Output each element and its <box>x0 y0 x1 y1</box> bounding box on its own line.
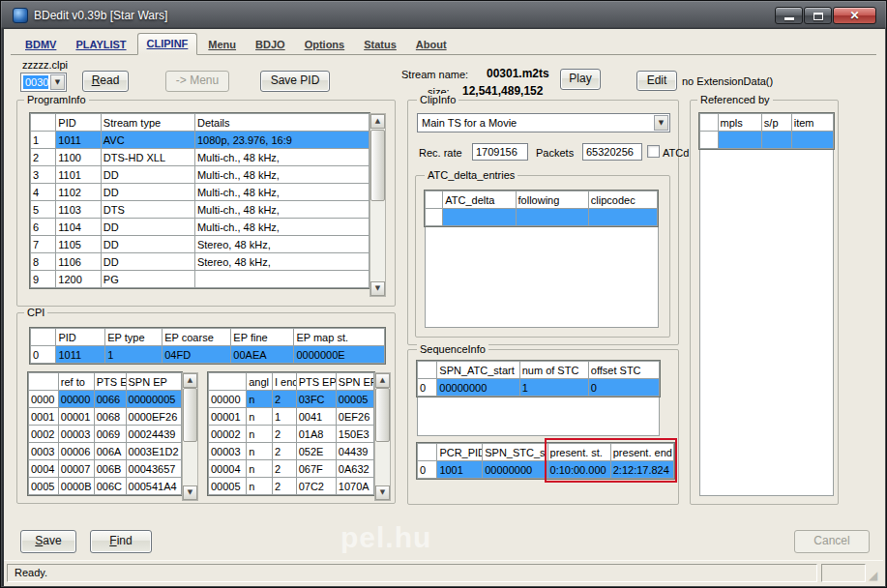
table-cell[interactable]: n <box>247 426 273 443</box>
table-row[interactable]: 81106DDStereo, 48 kHz, <box>31 253 370 271</box>
table-cell[interactable]: 6 <box>31 219 56 236</box>
table-cell[interactable] <box>443 209 516 226</box>
rec-rate-input[interactable]: 1709156 <box>472 143 528 161</box>
scrollbar-thumb[interactable] <box>183 388 197 442</box>
table-cell[interactable]: 0005 <box>29 478 59 495</box>
table-cell[interactable]: 00043657 <box>126 460 181 478</box>
scrollbar-thumb[interactable] <box>375 388 390 442</box>
referenced-by-table[interactable]: mplss/pitem <box>699 113 834 149</box>
table-cell[interactable]: PG <box>101 271 194 288</box>
tab-clipinf[interactable]: CLIPINF <box>137 33 198 55</box>
table-cell[interactable]: 0 <box>418 379 437 397</box>
table-cell[interactable]: Multi-ch., 48 kHz, <box>194 201 369 219</box>
table-row[interactable]: 00050000B006C000541A4 <box>29 478 182 495</box>
table-cell[interactable]: 1070A <box>336 478 373 495</box>
clip-number-combobox[interactable]: 00301 ▼ <box>20 73 67 92</box>
table-row[interactable]: 00000n203FC00005 <box>209 391 374 408</box>
scroll-up-icon[interactable]: ▲ <box>183 373 197 388</box>
table-cell[interactable]: 0068 <box>94 408 126 426</box>
table-row[interactable]: 00001n100410EF26 <box>209 408 374 426</box>
table-row[interactable]: 00004n2067F0A632 <box>209 460 374 478</box>
table-cell[interactable]: 0000B <box>58 478 94 495</box>
table-cell[interactable]: 1104 <box>56 219 102 236</box>
table-cell[interactable]: 0 <box>418 461 437 479</box>
table-cell[interactable]: 0A632 <box>336 460 373 478</box>
table-cell[interactable]: n <box>247 460 273 478</box>
table-cell[interactable]: DTS <box>101 201 194 219</box>
table-row[interactable]: 01001000000000:10:00.0002:12:17.824 <box>418 461 674 479</box>
table-cell[interactable] <box>791 132 833 149</box>
table-cell[interactable]: 0003 <box>29 443 59 460</box>
table-cell[interactable]: 00AEA <box>231 346 294 364</box>
save-pid-button[interactable]: Save PID <box>260 71 330 92</box>
table-cell[interactable] <box>588 209 657 226</box>
title-bar[interactable]: BDedit v0.39b [Star Wars] ✕ <box>2 2 885 29</box>
table-cell[interactable]: 1105 <box>56 236 102 253</box>
table-cell[interactable] <box>761 132 791 149</box>
table-cell[interactable]: 0EF26 <box>336 408 373 426</box>
table-cell[interactable] <box>718 132 761 149</box>
table-cell[interactable]: Multi-ch., 48 kHz, <box>194 184 369 201</box>
table-cell[interactable]: 1 <box>519 379 588 397</box>
table-cell[interactable]: 1 <box>31 132 56 149</box>
tab-playlist[interactable]: PLAYLIST <box>67 35 134 55</box>
table-cell[interactable]: 1011 <box>56 132 102 149</box>
table-cell[interactable]: 150E3 <box>336 426 373 443</box>
table-row[interactable]: 00000000010 <box>418 379 660 397</box>
table-cell[interactable]: 00007 <box>58 460 94 478</box>
table-cell[interactable]: 0004 <box>29 460 59 478</box>
resize-grip-icon[interactable]: ◢ <box>869 570 881 582</box>
table-cell[interactable] <box>700 132 719 149</box>
chevron-down-icon[interactable]: ▼ <box>50 74 65 90</box>
table-cell[interactable]: 1 <box>272 408 296 426</box>
save-button[interactable]: Save <box>20 530 76 553</box>
table-cell[interactable]: n <box>247 478 273 495</box>
table-cell[interactable]: 006A <box>94 443 126 460</box>
table-cell[interactable]: 052E <box>296 443 336 460</box>
table-cell[interactable]: 4 <box>31 184 56 201</box>
find-button[interactable]: Find <box>90 530 152 553</box>
sequence-stc-table[interactable]: PCR_PIDSPN_STC_spresent. st.present. end… <box>417 443 674 479</box>
table-cell[interactable]: AVC <box>101 132 194 149</box>
table-cell[interactable]: 00000 <box>209 391 247 408</box>
table-cell[interactable]: DD <box>101 253 194 271</box>
table-cell[interactable]: 2 <box>272 460 296 478</box>
scrollbar-thumb[interactable] <box>370 130 385 201</box>
table-cell[interactable]: 04439 <box>336 443 373 460</box>
table-cell[interactable]: 1011 <box>56 346 105 364</box>
table-cell[interactable]: 2 <box>272 443 296 460</box>
table-cell[interactable]: 9 <box>31 271 56 288</box>
table-cell[interactable]: 00002 <box>209 426 247 443</box>
table-cell[interactable]: 1 <box>105 346 163 364</box>
table-cell[interactable]: 0 <box>31 346 56 364</box>
table-row[interactable]: 91200PG <box>31 271 370 288</box>
table-cell[interactable]: 07C2 <box>296 478 336 495</box>
read-button[interactable]: Read <box>82 71 129 92</box>
table-cell[interactable]: 00005 <box>336 391 373 408</box>
table-cell[interactable]: 067F <box>296 460 336 478</box>
sequence-atc-table[interactable]: SPN_ATC_startnum of STCoffset STC0000000… <box>417 361 660 397</box>
tab-menu[interactable]: Menu <box>199 35 245 55</box>
table-cell[interactable]: 006C <box>94 478 126 495</box>
table-row[interactable]: 11011AVC1080p, 23.976, 16:9 <box>31 132 370 149</box>
table-cell[interactable] <box>516 209 588 226</box>
table-cell[interactable]: 0000000E <box>294 346 385 364</box>
table-cell[interactable]: 2 <box>272 426 296 443</box>
table-cell[interactable]: 0001 <box>29 408 59 426</box>
table-cell[interactable]: 04FD <box>163 346 231 364</box>
close-button[interactable]: ✕ <box>833 7 876 24</box>
table-cell[interactable]: n <box>247 408 273 426</box>
table-cell[interactable]: 0000EF26 <box>126 408 181 426</box>
table-cell[interactable]: 1200 <box>56 271 102 288</box>
ep-fine-scrollbar[interactable]: ▲ ▼ <box>374 372 391 501</box>
maximize-button[interactable] <box>804 7 832 24</box>
table-cell[interactable]: 00003 <box>209 443 247 460</box>
scroll-up-icon[interactable]: ▲ <box>375 373 390 388</box>
table-cell[interactable]: 1100 <box>56 149 102 166</box>
minimize-button[interactable] <box>775 7 803 24</box>
table-cell[interactable]: DD <box>101 184 194 201</box>
table-cell[interactable]: 0069 <box>94 426 126 443</box>
table-cell[interactable]: DD <box>101 166 194 184</box>
table-cell[interactable]: 00000000 <box>437 379 519 397</box>
table-row[interactable]: 00010000100680000EF26 <box>29 408 182 426</box>
